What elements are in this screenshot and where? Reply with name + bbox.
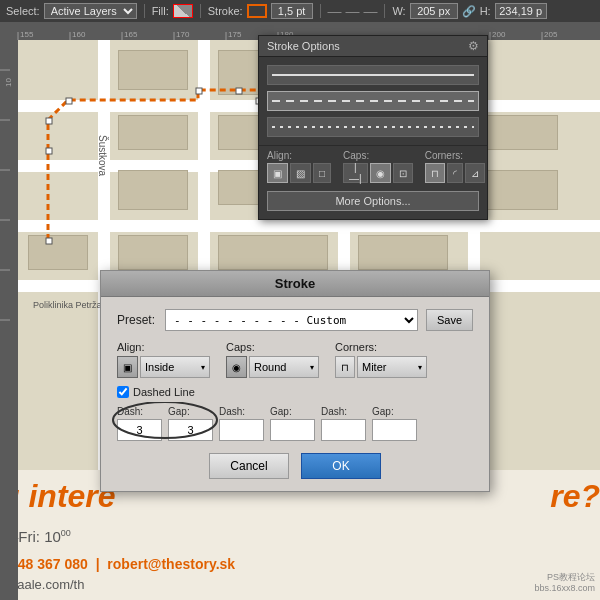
corners-btn-group: ⊓ ◜ ⊿ — [425, 163, 485, 183]
corners-dropdown[interactable]: Miter ▾ — [357, 356, 427, 378]
gap2-input[interactable] — [270, 419, 315, 441]
dashed-line-checkbox-label[interactable]: Dashed Line — [117, 386, 195, 398]
dashed-line-text: Dashed Line — [133, 386, 195, 398]
corners-round-btn[interactable]: ◜ — [447, 163, 463, 183]
svg-rect-3 — [66, 98, 72, 104]
dash2-group: Dash: — [219, 406, 264, 441]
dashed-line-checkbox[interactable] — [117, 386, 129, 398]
svg-text:200: 200 — [492, 30, 506, 39]
caps-round-btn[interactable]: ◉ — [370, 163, 391, 183]
corners-title: Corners: — [335, 341, 427, 353]
big-text-right: re? — [550, 478, 600, 515]
more-options-button[interactable]: More Options... — [267, 191, 479, 211]
stroke-options-titlebar: Stroke Options ⚙ — [259, 36, 487, 57]
gap1-label: Gap: — [168, 406, 213, 417]
gear-icon[interactable]: ⚙ — [468, 39, 479, 53]
dash3-input[interactable] — [321, 419, 366, 441]
gap1-group: Gap: — [168, 406, 213, 441]
dash1-input[interactable] — [117, 419, 162, 441]
svg-text:175: 175 — [228, 30, 242, 39]
align-outside-btn[interactable]: □ — [313, 163, 331, 183]
corners-dropdown-arrow: ▾ — [418, 363, 422, 372]
svg-text:165: 165 — [124, 30, 138, 39]
gap3-input[interactable] — [372, 419, 417, 441]
corners-miter-dialog-btn[interactable]: ⊓ — [335, 356, 355, 378]
align-section-label: Align: — [267, 150, 331, 161]
caps-square-btn[interactable]: ⊡ — [393, 163, 413, 183]
toolbar-divider-2 — [200, 4, 201, 18]
save-button[interactable]: Save — [426, 309, 473, 331]
stroke-style-solid[interactable] — [267, 65, 479, 85]
stroke-style-dashed[interactable] — [267, 91, 479, 111]
dash2-input[interactable] — [219, 419, 264, 441]
width-input[interactable] — [410, 3, 458, 19]
caps-btn-group: |—| ◉ ⊡ — [343, 163, 413, 183]
stroke-label: Stroke: — [208, 5, 243, 17]
gap2-label: Gap: — [270, 406, 315, 417]
dash1-group: Dash: — [117, 406, 162, 441]
caps-butt-btn[interactable]: |—| — [343, 163, 368, 183]
dashed-line-row: Dashed Line — [117, 386, 473, 398]
align-dropdown[interactable]: Inside ▾ — [140, 356, 210, 378]
svg-text:160: 160 — [72, 30, 86, 39]
dash2-label: Dash: — [219, 406, 264, 417]
corners-miter-btn[interactable]: ⊓ — [425, 163, 445, 183]
caps-section-dialog: Caps: ◉ Round ▾ — [226, 341, 319, 378]
align-caps-corners-row: Align: ▣ Inside ▾ Caps: ◉ Round ▾ — [117, 341, 473, 378]
gap1-input[interactable] — [168, 419, 213, 441]
align-control-row: ▣ Inside ▾ — [117, 356, 210, 378]
stroke-size-input[interactable] — [271, 3, 313, 19]
ok-button[interactable]: OK — [301, 453, 381, 479]
dash-pattern-selector[interactable]: — — — — [328, 3, 378, 19]
stroke-dialog-body: Preset: - - - - - - - - - - Custom Save … — [101, 297, 489, 491]
stroke-icon[interactable] — [247, 4, 267, 18]
caps-dropdown[interactable]: Round ▾ — [249, 356, 319, 378]
fill-icon[interactable] — [173, 4, 193, 18]
corners-control-row: ⊓ Miter ▾ — [335, 356, 427, 378]
stroke-dialog-title: Stroke — [101, 271, 489, 297]
select-dropdown[interactable]: Active Layers — [44, 3, 137, 19]
caps-round-dialog-btn[interactable]: ◉ — [226, 356, 247, 378]
stroke-dialog: Stroke Preset: - - - - - - - - - - Custo… — [100, 270, 490, 492]
hours-text: –Fri: 1000 — [10, 528, 71, 545]
stroke-style-dotted[interactable] — [267, 117, 479, 137]
align-inside-dialog-btn[interactable]: ▣ — [117, 356, 138, 378]
dash3-group: Dash: — [321, 406, 366, 441]
panel-align-row: Align: ▣ ▨ □ Caps: |—| ◉ ⊡ Corners: ⊓ ◜ … — [259, 145, 487, 187]
corners-bevel-btn[interactable]: ⊿ — [465, 163, 485, 183]
preset-label: Preset: — [117, 313, 157, 327]
solid-line-preview — [272, 74, 474, 76]
align-section: Align: ▣ ▨ □ — [267, 150, 331, 183]
watermark-text: PS教程论坛bbs.16xx8.com — [534, 572, 595, 595]
link-icon[interactable]: 🔗 — [462, 5, 476, 18]
align-center-btn[interactable]: ▨ — [290, 163, 311, 183]
svg-text:155: 155 — [20, 30, 34, 39]
caps-title: Caps: — [226, 341, 319, 353]
contact-line: 948 367 080 | robert@thestory.sk — [10, 556, 235, 572]
gap3-label: Gap: — [372, 406, 417, 417]
url-text: aaale.com/th — [10, 577, 84, 592]
svg-rect-4 — [196, 88, 202, 94]
height-input[interactable] — [495, 3, 547, 19]
gap2-group: Gap: — [270, 406, 315, 441]
dashed-line-preview — [272, 100, 474, 102]
svg-text:10: 10 — [4, 78, 13, 87]
stroke-options-panel: Stroke Options ⚙ Align: ▣ ▨ □ Caps: |—| … — [258, 35, 488, 220]
align-dropdown-arrow: ▾ — [201, 363, 205, 372]
preset-select[interactable]: - - - - - - - - - - Custom — [165, 309, 418, 331]
svg-rect-1 — [46, 148, 52, 154]
select-label: Select: — [6, 5, 40, 17]
stroke-options-title: Stroke Options — [267, 40, 340, 52]
height-label: H: — [480, 5, 491, 17]
svg-text:205: 205 — [544, 30, 558, 39]
align-title: Align: — [117, 341, 210, 353]
align-section-dialog: Align: ▣ Inside ▾ — [117, 341, 210, 378]
street-label-sustkova: Šustkova — [97, 135, 108, 176]
preset-row: Preset: - - - - - - - - - - Custom Save — [117, 309, 473, 331]
toolbar-divider-4 — [384, 4, 385, 18]
align-btn-group: ▣ ▨ □ — [267, 163, 331, 183]
align-inside-btn[interactable]: ▣ — [267, 163, 288, 183]
svg-text:170: 170 — [176, 30, 190, 39]
stroke-line-options — [259, 57, 487, 145]
cancel-button[interactable]: Cancel — [209, 453, 289, 479]
